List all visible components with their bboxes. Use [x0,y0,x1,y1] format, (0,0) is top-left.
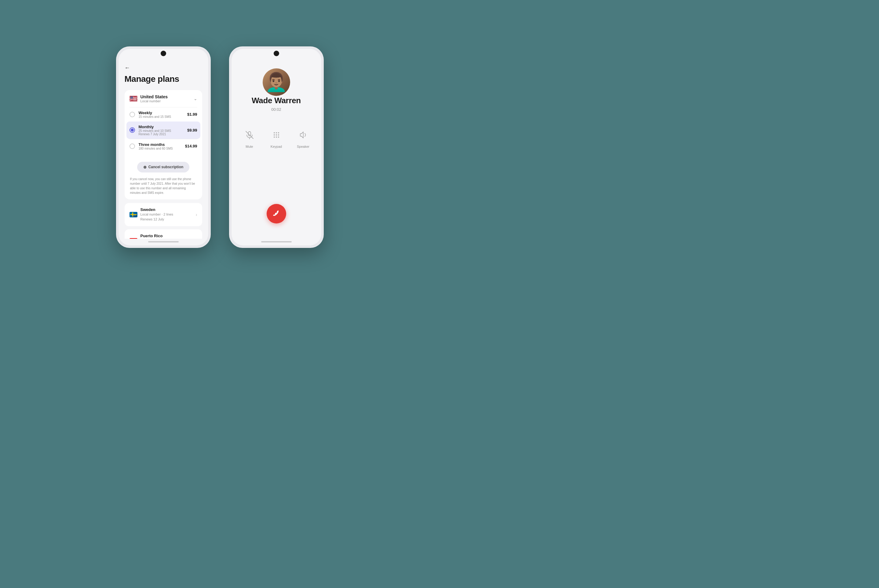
keypad-action[interactable]: Keypad [269,127,284,148]
svg-point-3 [273,132,275,134]
svg-point-11 [278,136,279,138]
speaker-action[interactable]: Speaker [295,127,311,148]
monthly-plan[interactable]: Monthly 25 minutes and 10 SMS Renews 7 J… [126,122,200,139]
monthly-radio-fill [131,129,134,132]
chevron-down-icon: ⌄ [194,96,197,101]
cancel-note: If you cancel now, you can still use the… [129,177,197,195]
puerto-rico-country-name: Puerto Rico [140,234,193,238]
monthly-radio[interactable] [129,127,135,133]
weekly-plan-desc: 15 minutes and 15 SMS [139,115,183,118]
back-button[interactable]: ← [125,65,130,71]
phone2-notch [273,51,279,56]
svg-point-4 [276,132,277,134]
cancel-subscription-button[interactable]: ⊗ Cancel subscription [137,162,190,172]
mute-action[interactable]: Mute [242,127,257,148]
svg-point-10 [276,136,277,138]
phone-screen: ← Manage plans United States Local numbe… [119,49,208,246]
us-flag [129,96,137,101]
home-indicator [148,241,179,242]
mute-button[interactable] [242,127,257,143]
us-country-section: United States Local number ⌄ Weekly 15 m… [125,90,202,200]
us-country-name: United States [140,94,168,99]
monthly-plan-desc: 25 minutes and 10 SMS [139,129,183,132]
us-country-info: United States Local number [129,94,168,103]
sweden-renews: Renews 12 July [140,217,193,222]
puerto-rico-info: Puerto Rico Mobile number Renews 15 July [140,234,193,239]
sweden-number-type: Local number · 2 lines [140,212,193,217]
speaker-label: Speaker [297,145,310,148]
sweden-flag [129,212,137,218]
caller-avatar [263,68,290,96]
keypad-label: Keypad [270,145,282,148]
svg-point-9 [273,136,275,138]
monthly-plan-details: Monthly 25 minutes and 10 SMS Renews 7 J… [139,124,183,136]
weekly-plan-price: $1.99 [187,112,197,117]
page-title: Manage plans [125,74,202,84]
call-actions: Mute [242,127,311,148]
speaker-button[interactable] [295,127,311,143]
svg-point-5 [278,132,279,134]
monthly-plan-name: Monthly [139,124,183,129]
puerto-rico-number-type: Mobile number [140,238,193,239]
sweden-chevron-icon: › [196,212,197,217]
phone-notch [161,51,166,56]
three-months-plan[interactable]: Three months 180 minutes and 60 SMS $14.… [129,139,197,153]
us-country-header[interactable]: United States Local number ⌄ [129,94,197,103]
three-months-plan-desc: 180 minutes and 60 SMS [139,147,182,150]
end-call-button[interactable] [267,204,286,224]
end-call-icon [272,209,281,218]
three-months-radio[interactable] [129,144,135,149]
phone-call-screen: Wade Warren 00:02 Mute [229,46,324,248]
cancel-icon: ⊗ [143,165,147,170]
call-screen: Wade Warren 00:02 Mute [231,49,321,239]
weekly-plan-name: Weekly [139,111,183,115]
three-months-plan-name: Three months [139,142,182,147]
manage-plans-screen: ← Manage plans United States Local numbe… [119,49,208,239]
phone2-screen: Wade Warren 00:02 Mute [231,49,321,246]
puerto-rico-country-item[interactable]: Puerto Rico Mobile number Renews 15 July… [125,229,202,239]
three-months-plan-details: Three months 180 minutes and 60 SMS [139,142,182,150]
phone-manage-plans: ← Manage plans United States Local numbe… [116,46,211,248]
three-months-plan-price: $14.99 [185,144,197,148]
monthly-plan-renews: Renews 7 July 2021 [139,132,183,136]
sweden-country-name: Sweden [140,207,193,212]
puerto-rico-chevron-icon: › [196,238,197,239]
svg-point-8 [278,134,279,135]
weekly-plan-details: Weekly 15 minutes and 15 SMS [139,111,183,118]
keypad-button[interactable] [269,127,284,143]
call-screen-content: Wade Warren 00:02 Mute [231,62,321,239]
sweden-country-item[interactable]: Sweden Local number · 2 lines Renews 12 … [125,203,202,226]
us-country-text: United States Local number [140,94,168,103]
mute-label: Mute [246,145,253,148]
sweden-info: Sweden Local number · 2 lines Renews 12 … [140,207,193,222]
svg-point-6 [273,134,275,135]
svg-point-7 [276,134,277,135]
weekly-plan[interactable]: Weekly 15 minutes and 15 SMS $1.99 [129,107,197,122]
call-timer: 00:02 [271,107,281,112]
monthly-plan-price: $9.99 [187,128,197,132]
weekly-radio[interactable] [129,112,135,117]
speaker-icon [299,130,308,139]
phone2-home-indicator [261,241,291,242]
end-call-container [267,204,286,224]
keypad-icon [272,130,281,139]
mute-icon [245,130,254,139]
cancel-button-label: Cancel subscription [149,165,183,169]
us-number-type: Local number [140,99,168,103]
caller-name: Wade Warren [252,96,301,105]
puerto-rico-flag [129,238,137,239]
